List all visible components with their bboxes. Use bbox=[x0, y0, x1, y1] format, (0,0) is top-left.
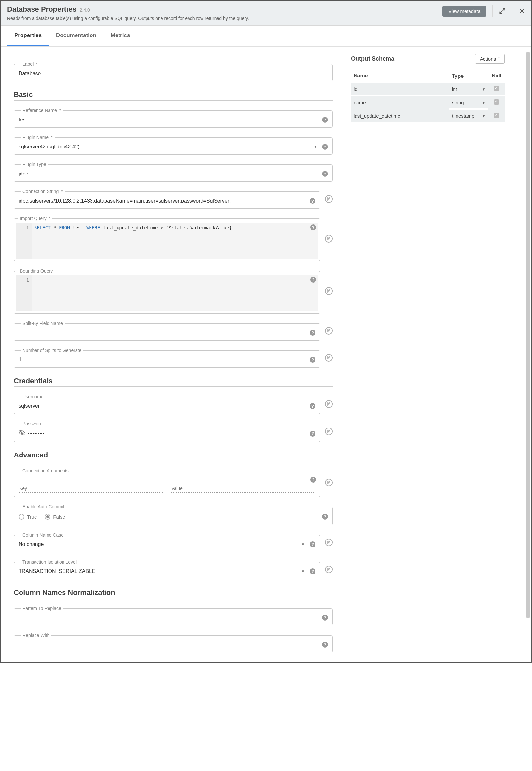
scrollbar-thumb[interactable] bbox=[526, 52, 530, 618]
output-schema-pane: Output Schema Actions ˇ Name Type Null i bbox=[346, 47, 512, 662]
table-row: name string▼ bbox=[351, 96, 505, 109]
help-icon[interactable]: ? bbox=[322, 615, 328, 621]
help-icon[interactable]: ? bbox=[322, 642, 328, 648]
splitby-input[interactable] bbox=[19, 329, 307, 336]
null-checkbox[interactable] bbox=[494, 113, 499, 118]
label-field: Label * bbox=[14, 62, 333, 81]
auto-commit-field: Enable Auto-Commit True False ? bbox=[14, 504, 333, 525]
import-query-field: Import Query * ? 1 SELECT * FROM test WH… bbox=[14, 216, 320, 261]
table-row: id int▼ bbox=[351, 82, 505, 96]
num-splits-field: Number of Splits to Generate ? bbox=[14, 348, 320, 368]
username-input[interactable] bbox=[19, 402, 307, 410]
tab-properties[interactable]: Properties bbox=[7, 26, 49, 46]
dialog-description: Reads from a database table(s) using a c… bbox=[7, 16, 442, 21]
plugin-name-field: Plugin Name * ▼ ? bbox=[14, 135, 333, 155]
plugin-version: 2.4.0 bbox=[80, 7, 90, 13]
pattern-input[interactable] bbox=[19, 614, 319, 621]
help-icon[interactable]: ? bbox=[310, 330, 315, 336]
chevron-down-icon[interactable]: ▼ bbox=[482, 87, 486, 91]
column-name-case-field: Column Name Case ▼ ? bbox=[14, 532, 320, 552]
macro-icon[interactable]: M bbox=[325, 539, 333, 546]
macro-icon[interactable]: M bbox=[325, 354, 333, 362]
tab-metrics[interactable]: Metrics bbox=[104, 26, 137, 46]
reference-name-input[interactable] bbox=[19, 116, 319, 123]
radio-icon bbox=[19, 514, 24, 520]
help-icon[interactable]: ? bbox=[310, 224, 316, 230]
connection-arguments-field: Connection Arguments ? bbox=[14, 468, 320, 497]
help-icon[interactable]: ? bbox=[310, 403, 315, 409]
chevron-down-icon[interactable]: ▼ bbox=[301, 569, 305, 574]
plugin-type-input[interactable] bbox=[19, 170, 319, 177]
help-icon[interactable]: ? bbox=[322, 171, 328, 177]
expand-icon[interactable] bbox=[492, 5, 512, 17]
help-icon[interactable]: ? bbox=[310, 477, 316, 483]
close-icon[interactable] bbox=[512, 5, 531, 17]
auto-commit-false[interactable]: False bbox=[45, 514, 65, 520]
connection-string-input[interactable] bbox=[19, 197, 307, 204]
section-advanced: Advanced bbox=[14, 451, 333, 461]
section-col-norm: Column Names Normalization bbox=[14, 588, 333, 598]
num-splits-input[interactable] bbox=[19, 356, 307, 363]
replace-with-input[interactable] bbox=[19, 641, 319, 648]
help-icon[interactable]: ? bbox=[310, 198, 315, 204]
splitby-field: Split-By Field Name ? bbox=[14, 321, 320, 341]
schema-actions-button[interactable]: Actions ˇ bbox=[475, 54, 505, 64]
section-basic: Basic bbox=[14, 91, 333, 101]
help-icon[interactable]: ? bbox=[310, 277, 316, 283]
password-field: Password ? bbox=[14, 421, 320, 442]
conn-arg-value-input[interactable] bbox=[171, 484, 315, 493]
macro-icon[interactable]: M bbox=[325, 566, 333, 573]
help-icon[interactable]: ? bbox=[322, 514, 328, 520]
pattern-field: Pattern To Replace ? bbox=[14, 606, 333, 625]
macro-icon[interactable]: M bbox=[325, 400, 333, 408]
help-icon[interactable]: ? bbox=[310, 568, 315, 574]
macro-icon[interactable]: M bbox=[325, 235, 333, 243]
table-row: last_update_datetime timestamp▼ bbox=[351, 109, 505, 122]
txn-isolation-select[interactable] bbox=[19, 568, 299, 575]
chevron-down-icon[interactable]: ▼ bbox=[301, 542, 305, 547]
help-icon[interactable]: ? bbox=[322, 144, 328, 150]
schema-col-name: Name bbox=[351, 70, 449, 82]
macro-icon[interactable]: M bbox=[325, 287, 333, 295]
auto-commit-true[interactable]: True bbox=[19, 514, 37, 520]
macro-icon[interactable]: M bbox=[325, 428, 333, 435]
tabs: Properties Documentation Metrics bbox=[1, 26, 531, 47]
username-field: Username ? bbox=[14, 394, 320, 414]
help-icon[interactable]: ? bbox=[322, 117, 328, 123]
schema-table: Name Type Null id int▼ name string▼ bbox=[351, 70, 505, 122]
section-credentials: Credentials bbox=[14, 377, 333, 387]
radio-checked-icon bbox=[45, 514, 50, 520]
chevron-down-icon[interactable]: ▼ bbox=[482, 114, 486, 118]
password-input[interactable] bbox=[28, 430, 307, 437]
view-metadata-button[interactable]: View metadata bbox=[442, 6, 486, 17]
help-icon[interactable]: ? bbox=[310, 541, 315, 547]
visibility-off-icon[interactable] bbox=[19, 429, 25, 438]
dialog-title: Database Properties bbox=[7, 5, 77, 14]
help-icon[interactable]: ? bbox=[310, 431, 315, 437]
macro-icon[interactable]: M bbox=[325, 479, 333, 486]
scrollbar[interactable] bbox=[526, 47, 530, 662]
chevron-down-icon[interactable]: ▼ bbox=[482, 100, 486, 105]
dialog-header: Database Properties 2.4.0 Reads from a d… bbox=[1, 1, 531, 26]
macro-icon[interactable]: M bbox=[325, 327, 333, 335]
chevron-down-icon: ˇ bbox=[498, 57, 500, 61]
column-name-case-select[interactable] bbox=[19, 541, 299, 548]
output-schema-title: Output Schema bbox=[351, 55, 394, 62]
help-icon[interactable]: ? bbox=[310, 357, 315, 363]
tab-documentation[interactable]: Documentation bbox=[49, 26, 104, 46]
null-checkbox[interactable] bbox=[494, 86, 499, 91]
replace-with-field: Replace With ? bbox=[14, 633, 333, 652]
bounding-query-editor[interactable]: 1 bbox=[16, 275, 318, 311]
import-query-editor[interactable]: 1 SELECT * FROM test WHERE last_update_d… bbox=[16, 223, 318, 259]
plugin-type-field: Plugin Type ? bbox=[14, 162, 333, 182]
null-checkbox[interactable] bbox=[494, 99, 499, 105]
schema-col-type: Type bbox=[449, 70, 488, 82]
conn-arg-key-input[interactable] bbox=[19, 484, 163, 493]
label-input[interactable] bbox=[19, 70, 328, 77]
chevron-down-icon[interactable]: ▼ bbox=[314, 145, 317, 149]
macro-icon[interactable]: M bbox=[325, 195, 333, 203]
txn-isolation-field: Transaction Isolation Level ▼ ? bbox=[14, 559, 320, 579]
schema-col-null: Null bbox=[488, 70, 505, 82]
properties-form: Label * Basic Reference Name * ? Plugin … bbox=[1, 47, 346, 662]
plugin-name-select[interactable] bbox=[19, 143, 311, 150]
